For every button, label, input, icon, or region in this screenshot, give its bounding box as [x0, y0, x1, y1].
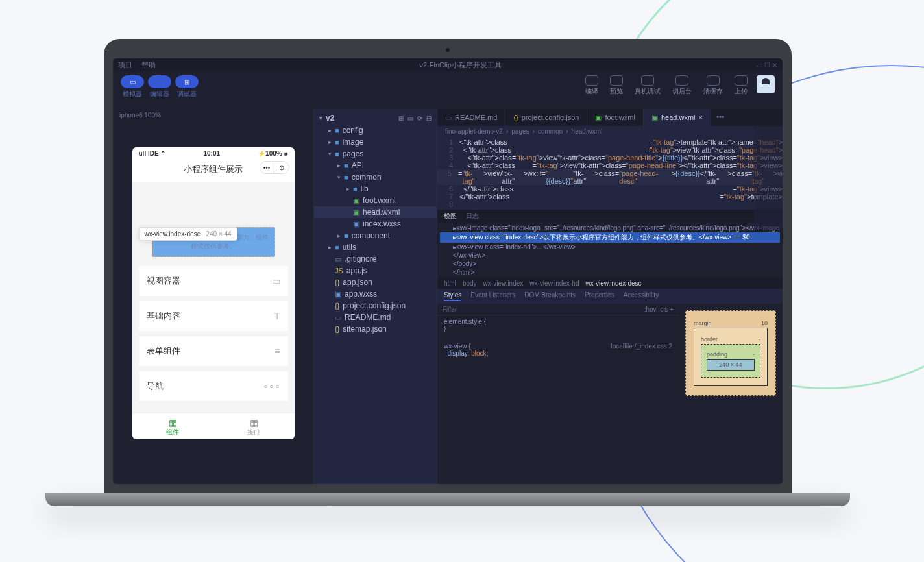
laptop-frame: 项目 帮助 v2-FinClip小程序开发工具 — ☐ ✕ ▭ 模拟器 编辑器 … — [104, 39, 792, 506]
tab-README.md[interactable]: ▭ README.md — [437, 109, 505, 126]
capsule-menu-icon[interactable]: ••• — [260, 162, 274, 173]
status-battery: ⚡100% ■ — [258, 150, 287, 157]
tree-app.json[interactable]: {} app.json — [314, 276, 437, 288]
styles-filter-buttons[interactable]: :hov .cls + — [644, 306, 674, 313]
tree-README.md[interactable]: ▭ README.md — [314, 312, 437, 323]
dom-crumb-item[interactable]: html — [444, 280, 456, 287]
styles-tab-Styles[interactable]: Styles — [444, 291, 461, 301]
nav-title: 小程序组件展示 — [184, 164, 243, 174]
list-item[interactable]: 基础内容T — [139, 301, 288, 331]
phone-preview: ull IDE ⌃ 10:01 ⚡100% ■ 小程序组件展示 ••• ⊙ — [132, 147, 295, 439]
action-真机调试[interactable]: 真机调试 — [635, 75, 661, 96]
action-预览[interactable]: 预览 — [610, 75, 623, 96]
dom-crumb-item[interactable]: wx-view.index-hd — [529, 280, 579, 287]
inspect-tooltip: wx-view.index-desc 240 × 44 — [139, 227, 237, 241]
close-icon[interactable]: × — [698, 114, 702, 121]
styles-tab-Accessibility[interactable]: Accessibility — [624, 291, 659, 301]
simulator-panel: iphone6 100% ull IDE ⌃ 10:01 ⚡100% ■ 小程序… — [113, 109, 314, 484]
capsule-close-icon[interactable]: ⊙ — [274, 162, 289, 173]
tab-more-icon[interactable]: ••• — [711, 109, 730, 126]
toolbar-模拟器[interactable]: ▭ 模拟器 — [121, 75, 144, 99]
avatar[interactable] — [757, 75, 775, 93]
status-time: 10:01 — [203, 150, 220, 157]
tree-lib[interactable]: ▸ ■ lib — [314, 183, 437, 195]
css-rule[interactable]: localfile:/_index.css:2 wx-view { displa… — [437, 340, 679, 360]
tab-foot.wxml[interactable]: ▣ foot.wxml — [587, 109, 643, 126]
styles-filter[interactable]: Filter — [443, 306, 644, 313]
code-editor[interactable]: 1 <"tk-attr">class="tk-tag">template "tk… — [437, 137, 783, 210]
list-item[interactable]: 表单组件≡ — [139, 336, 288, 366]
status-signal: ull IDE ⌃ — [139, 150, 166, 157]
dom-node[interactable]: ▸<wx-image class="index-logo" src="../re… — [440, 224, 780, 232]
dom-crumb-item[interactable]: wx-view.index-desc — [585, 280, 641, 287]
new-file-icon[interactable]: ⊞ — [398, 115, 404, 122]
tree-config[interactable]: ▸ ■ config — [314, 125, 437, 136]
refresh-icon[interactable]: ⟳ — [417, 115, 422, 122]
breadcrumb: fino-applet-demo-v2›pages›common›head.wx… — [437, 126, 783, 137]
tree-sitemap.json[interactable]: {} sitemap.json — [314, 323, 437, 335]
file-explorer: ▾ v2 ⊞ ▭ ⟳ ⊟ ▸ ■ config ▸ ■ image — [314, 109, 437, 484]
menu-help[interactable]: 帮助 — [141, 60, 156, 70]
dom-node[interactable]: ▸<wx-view class="index-desc">以下将展示小程序官方组… — [440, 232, 780, 243]
tree-head.wxml[interactable]: ▣ head.wxml — [314, 206, 437, 218]
tree-image[interactable]: ▸ ■ image — [314, 136, 437, 148]
tree-foot.wxml[interactable]: ▣ foot.wxml — [314, 195, 437, 206]
editor-panel: ▭ README.md {} project.config.json ▣ foo… — [437, 109, 783, 484]
tree-app.wxss[interactable]: ▣ app.wxss — [314, 288, 437, 300]
toolbar-编辑器[interactable]: 编辑器 — [148, 75, 171, 99]
styles-tabs: StylesEvent ListenersDOM BreakpointsProp… — [437, 289, 783, 304]
sub-tab-log[interactable]: 日志 — [466, 212, 479, 221]
tabbar-组件[interactable]: ▦组件 — [132, 413, 213, 439]
list-item[interactable]: 视图容器▭ — [139, 266, 288, 296]
sub-tab-dom[interactable]: 模图 — [444, 212, 457, 221]
toolbar-调试器[interactable]: ⊞ 调试器 — [175, 75, 199, 99]
action-清缓存[interactable]: 清缓存 — [703, 75, 723, 96]
tree-.gitignore[interactable]: ▭ .gitignore — [314, 253, 437, 265]
tree-index.wxss[interactable]: ▣ index.wxss — [314, 218, 437, 230]
tree-pages[interactable]: ▾ ■ pages — [314, 148, 437, 160]
box-model: margin 10 border - padding - 240 × 44 — [679, 304, 783, 484]
device-info: iphone6 100% — [113, 109, 313, 121]
action-上传[interactable]: 上传 — [735, 75, 748, 96]
app-window: 项目 帮助 v2-FinClip小程序开发工具 — ☐ ✕ ▭ 模拟器 编辑器 … — [113, 58, 783, 484]
action-编译[interactable]: 编译 — [585, 75, 598, 96]
titlebar: 项目 帮助 v2-FinClip小程序开发工具 — ☐ ✕ — [113, 58, 783, 71]
dom-node[interactable]: ▸<wx-view class="index-bd">…</wx-view> — [440, 243, 780, 251]
dom-breadcrumb: htmlbodywx-view.indexwx-view.index-hdwx-… — [437, 278, 783, 289]
styles-tab-DOM Breakpoints[interactable]: DOM Breakpoints — [524, 291, 576, 301]
tree-API[interactable]: ▸ ■ API — [314, 160, 437, 171]
window-controls[interactable]: — ☐ ✕ — [756, 62, 777, 69]
toolbar: ▭ 模拟器 编辑器 ⊞ 调试器 编译 预览 真机调试 切后台 清缓存 上传 — [113, 71, 783, 109]
dom-node[interactable]: </body> — [440, 260, 780, 268]
tree-app.js[interactable]: JS app.js — [314, 265, 437, 276]
tree-component[interactable]: ▸ ■ component — [314, 230, 437, 241]
window-title: v2-FinClip小程序开发工具 — [165, 60, 756, 70]
tree-project.config.json[interactable]: {} project.config.json — [314, 300, 437, 312]
css-rule[interactable]: element.style {} — [437, 315, 679, 335]
css-rule[interactable]: </span> .index-desc {<br>&nbsp;&nbsp;<sp… — [437, 335, 679, 340]
tab-project.config.json[interactable]: {} project.config.json — [505, 109, 587, 126]
styles-panel[interactable]: Filter :hov .cls + element.style {} </sp… — [437, 304, 679, 484]
tabbar-接口[interactable]: ▦接口 — [213, 413, 295, 439]
styles-tab-Event Listeners[interactable]: Event Listeners — [470, 291, 515, 301]
menu-project[interactable]: 项目 — [118, 60, 132, 70]
tree-common[interactable]: ▾ ■ common — [314, 171, 437, 183]
tab-head.wxml[interactable]: ▣ head.wxml× — [644, 109, 711, 126]
action-切后台[interactable]: 切后台 — [672, 75, 692, 96]
collapse-icon[interactable]: ⊟ — [426, 115, 432, 122]
minimap[interactable] — [754, 126, 783, 230]
dom-node[interactable]: </wx-view> — [440, 251, 780, 260]
dom-crumb-item[interactable]: wx-view.index — [483, 280, 524, 287]
dom-crumb-item[interactable]: body — [463, 280, 477, 287]
project-root[interactable]: v2 — [326, 114, 334, 123]
new-folder-icon[interactable]: ▭ — [407, 115, 413, 122]
dom-node[interactable]: </html> — [440, 268, 780, 276]
styles-tab-Properties[interactable]: Properties — [585, 291, 614, 301]
dom-inspector[interactable]: ▸<wx-image class="index-logo" src="../re… — [437, 223, 783, 278]
list-item[interactable]: 导航∘∘∘ — [139, 371, 288, 401]
tree-utils[interactable]: ▸ ■ utils — [314, 241, 437, 253]
devtools-sub-tabs: 模图 日志 — [437, 210, 783, 223]
